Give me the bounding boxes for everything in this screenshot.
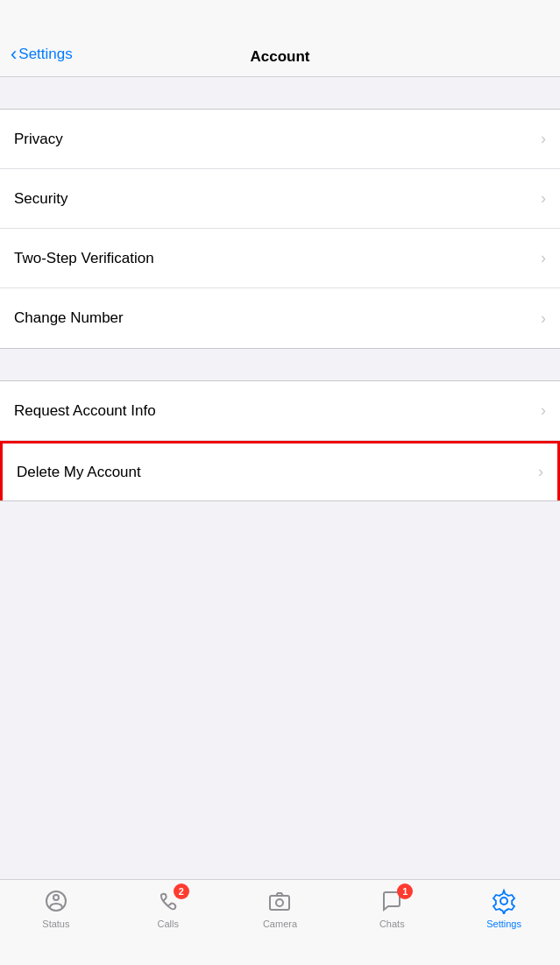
status-icon-wrap: [42, 887, 70, 915]
page-title: Account: [251, 48, 310, 66]
navigation-bar: ‹ Settings Account: [0, 0, 560, 77]
tab-calls[interactable]: 2 Calls: [112, 887, 224, 929]
request-account-info-label: Request Account Info: [14, 402, 156, 420]
tab-bar: Status 2 Calls Camera 1 Chats: [0, 879, 560, 965]
tab-settings[interactable]: Settings: [448, 887, 560, 929]
camera-tab-label: Camera: [263, 919, 297, 929]
back-label: Settings: [18, 46, 72, 63]
status-icon: [44, 889, 68, 913]
calls-tab-label: Calls: [157, 919, 178, 929]
two-step-verification-item[interactable]: Two-Step Verification ›: [0, 229, 560, 288]
svg-rect-2: [270, 896, 289, 910]
settings-tab-label: Settings: [486, 919, 521, 929]
settings-icon-wrap: [490, 887, 518, 915]
calls-badge: 2: [174, 883, 189, 899]
svg-point-4: [500, 898, 507, 905]
privacy-label: Privacy: [14, 131, 63, 148]
delete-account-chevron-icon: ›: [538, 463, 543, 481]
settings-gear-icon: [491, 888, 517, 914]
privacy-chevron-icon: ›: [541, 130, 546, 148]
change-number-label: Change Number: [14, 309, 124, 327]
chats-tab-label: Chats: [379, 919, 405, 929]
two-step-label: Two-Step Verification: [14, 250, 154, 267]
section-gap-top: [0, 77, 560, 109]
request-account-info-chevron-icon: ›: [541, 401, 546, 420]
camera-icon-wrap: [266, 887, 294, 915]
back-chevron-icon: ‹: [11, 43, 17, 66]
tab-chats[interactable]: 1 Chats: [336, 887, 448, 929]
chats-badge: 1: [397, 883, 413, 899]
section-gap-middle: [0, 349, 560, 380]
security-label: Security: [14, 190, 67, 208]
calls-icon-wrap: 2: [154, 887, 182, 915]
settings-group-2: Request Account Info › Delete My Account…: [0, 380, 560, 501]
camera-icon: [267, 889, 292, 913]
change-number-chevron-icon: ›: [541, 309, 546, 328]
tab-status[interactable]: Status: [0, 887, 112, 929]
status-tab-label: Status: [42, 919, 69, 929]
change-number-item[interactable]: Change Number ›: [0, 288, 560, 348]
delete-account-item[interactable]: Delete My Account ›: [0, 441, 560, 500]
two-step-chevron-icon: ›: [541, 249, 546, 267]
settings-group-1: Privacy › Security › Two-Step Verificati…: [0, 109, 560, 349]
security-item[interactable]: Security ›: [0, 169, 560, 229]
svg-point-1: [53, 895, 59, 900]
svg-point-3: [276, 899, 283, 906]
privacy-item[interactable]: Privacy ›: [0, 110, 560, 169]
back-button[interactable]: ‹ Settings: [0, 43, 73, 66]
request-account-info-item[interactable]: Request Account Info ›: [0, 381, 560, 441]
chats-icon-wrap: 1: [378, 887, 406, 915]
security-chevron-icon: ›: [541, 189, 546, 208]
tab-camera[interactable]: Camera: [224, 887, 337, 929]
delete-account-label: Delete My Account: [17, 464, 141, 481]
